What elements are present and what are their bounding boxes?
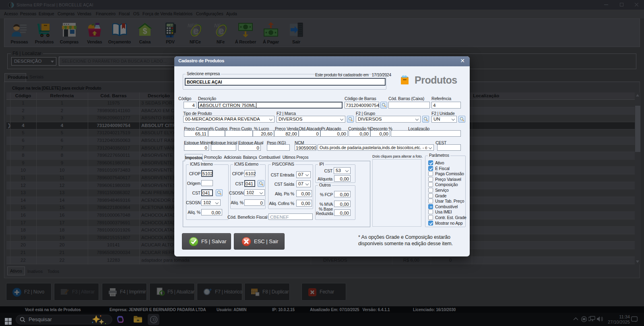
svg-text:e: e <box>193 25 199 36</box>
svg-text:$: $ <box>142 27 147 35</box>
svg-text:e: e <box>219 25 224 36</box>
